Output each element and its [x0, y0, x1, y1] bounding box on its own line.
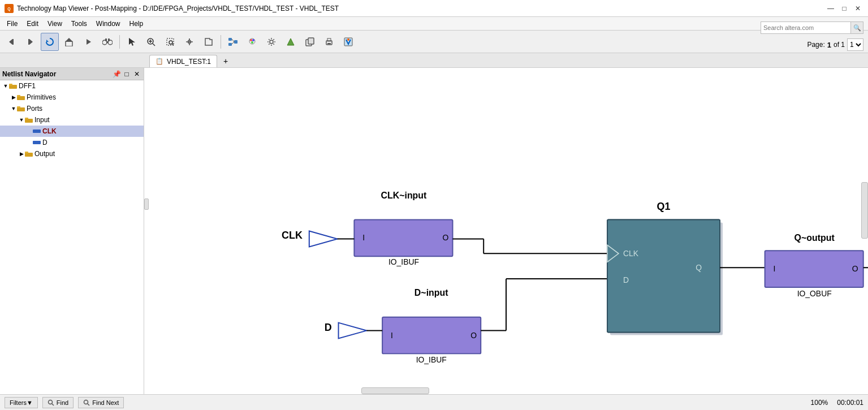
title-bar: Q Technology Map Viewer - Post-Mapping -…	[0, 0, 868, 17]
binoculars-btn[interactable]	[98, 33, 116, 51]
forward-btn[interactable]	[21, 33, 40, 51]
clk-ibuf-block	[354, 220, 452, 257]
page-select[interactable]: 1	[847, 38, 863, 51]
maximize-btn[interactable]: □	[839, 3, 850, 14]
cone-btn[interactable]	[282, 33, 300, 51]
print-btn[interactable]	[320, 33, 338, 51]
sidebar-header: Netlist Navigator 📌 □ ✕	[0, 68, 144, 80]
page-indicator: Page: 1 of 1 1	[807, 38, 863, 51]
find-next-icon	[83, 399, 90, 406]
svg-point-42	[347, 38, 349, 41]
search-button[interactable]: 🔍	[851, 21, 863, 34]
svg-rect-25	[228, 38, 232, 41]
folder-icon-input	[25, 117, 33, 123]
filters-btn[interactable]: Filters▼	[5, 397, 38, 408]
tree-item-ports[interactable]: ▼ Ports	[0, 103, 144, 114]
toolbar	[0, 31, 868, 53]
sidebar-float-btn[interactable]: □	[122, 70, 131, 79]
tree-label-d: D	[42, 139, 47, 146]
find-icon	[47, 399, 54, 406]
svg-rect-46	[17, 95, 20, 97]
toolbar-sep-1	[119, 35, 120, 49]
refresh-btn[interactable]	[41, 33, 59, 51]
menu-bar: File Edit View Tools Window Help	[0, 17, 868, 31]
time-display: 00:00:01	[837, 399, 863, 407]
area-select-btn[interactable]	[200, 33, 218, 51]
clk-input-label: CLK	[282, 230, 303, 241]
tree-item-clk[interactable]: ▶ CLK	[0, 126, 144, 137]
port-icon-clk	[33, 129, 41, 133]
back-btn[interactable]	[2, 33, 20, 51]
svg-rect-45	[17, 96, 25, 100]
svg-rect-26	[228, 43, 232, 46]
page-label: Page:	[807, 41, 824, 49]
zoom-select-btn[interactable]	[161, 33, 179, 51]
tab-label: VHDL_TEST:1	[167, 58, 211, 66]
zoom-level: 100%	[811, 399, 828, 407]
svg-marker-9	[87, 39, 91, 45]
home-btn[interactable]	[60, 33, 78, 51]
menu-file[interactable]: File	[2, 17, 22, 30]
clk-ibuf-type-label: IO_IBUF	[388, 257, 419, 266]
find-btn[interactable]: Find	[42, 397, 74, 408]
menu-help[interactable]: Help	[125, 17, 148, 30]
q1-d-label: D	[623, 275, 629, 284]
clk-input-block-title: CLK~input	[381, 191, 427, 200]
svg-point-55	[48, 400, 52, 404]
select-tool-btn[interactable]	[123, 33, 141, 51]
tree-item-dff1[interactable]: ▼ DFF1	[0, 80, 144, 92]
map-btn[interactable]	[339, 33, 357, 51]
pan-btn[interactable]	[180, 33, 198, 51]
zoom-in-btn[interactable]	[142, 33, 160, 51]
minimize-btn[interactable]: —	[825, 3, 836, 14]
tree-item-output[interactable]: ▶ Output	[0, 148, 144, 159]
svg-rect-5	[28, 39, 29, 45]
svg-point-31	[250, 39, 252, 41]
search-input[interactable]	[761, 21, 851, 34]
settings-btn[interactable]	[262, 33, 280, 51]
folder-icon-ports	[17, 106, 25, 111]
clk-ibuf-o-label: O	[443, 233, 449, 242]
nav-forward-btn[interactable]	[79, 33, 97, 51]
svg-point-33	[251, 41, 253, 44]
sidebar-close-btn[interactable]: ✕	[132, 70, 141, 79]
svg-point-57	[84, 400, 88, 404]
q-obuf-type-label: IO_OBUF	[797, 289, 832, 298]
svg-marker-6	[46, 40, 49, 42]
port-icon-d	[33, 140, 41, 145]
tab-vhdl-test[interactable]: 📋 VHDL_TEST:1	[149, 55, 217, 67]
svg-marker-35	[287, 38, 294, 45]
color-btn[interactable]	[243, 33, 261, 51]
filters-label: Filters▼	[10, 399, 33, 406]
add-tab-btn[interactable]: +	[219, 55, 232, 67]
hierarchy-btn[interactable]	[224, 33, 242, 51]
menu-window[interactable]: Window	[92, 17, 125, 30]
export-btn[interactable]	[301, 33, 319, 51]
d-ibuf-i-label: I	[391, 331, 393, 340]
sidebar-title: Netlist Navigator	[2, 70, 56, 78]
menu-tools[interactable]: Tools	[67, 17, 92, 30]
d-input-buffer-shape	[339, 323, 367, 339]
d-input-block-title: D~input	[414, 288, 448, 297]
diagram-svg[interactable]: CLK CLK~input I O IO_IBUF D	[144, 68, 868, 394]
svg-rect-53	[25, 153, 33, 157]
menu-edit[interactable]: Edit	[22, 17, 43, 30]
tree-item-primitives[interactable]: ▶ Primitives	[0, 92, 144, 103]
tree-label-ports: Ports	[27, 105, 42, 113]
tree-item-input[interactable]: ▼ Input	[0, 114, 144, 126]
menu-view[interactable]: View	[43, 17, 67, 30]
tree-label-clk: CLK	[42, 127, 57, 135]
svg-line-28	[232, 39, 234, 42]
svg-point-34	[270, 40, 273, 44]
sidebar-pin-btn[interactable]: 📌	[112, 70, 121, 79]
tree-arrow-ports: ▼	[10, 105, 17, 112]
clk-input-buffer-shape	[309, 231, 338, 247]
clk-ibuf-i-label: I	[362, 233, 365, 242]
d-ibuf-block	[382, 317, 481, 354]
tree-label-input: Input	[34, 116, 50, 124]
canvas-area[interactable]: CLK CLK~input I O IO_IBUF D	[144, 68, 868, 394]
tree-item-d[interactable]: ▶ D	[0, 137, 144, 148]
close-btn[interactable]: ✕	[852, 3, 863, 14]
find-next-btn[interactable]: Find Next	[78, 397, 124, 408]
svg-line-19	[153, 44, 155, 46]
